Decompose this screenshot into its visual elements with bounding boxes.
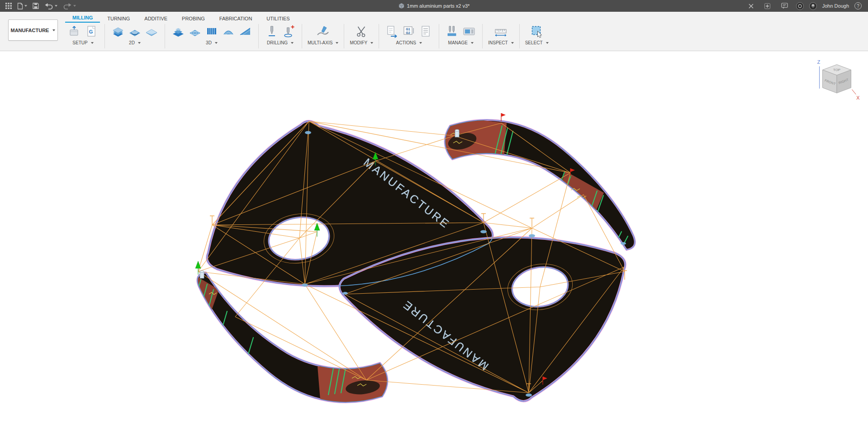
trim-scissors-icon[interactable] xyxy=(354,23,369,39)
3d-steep-shallow-icon[interactable] xyxy=(204,23,219,39)
notifications-icon[interactable] xyxy=(809,2,817,10)
manage-caret-icon xyxy=(471,42,474,44)
document-tab[interactable]: 1mm aluminium parts x2 v3* xyxy=(398,3,470,9)
3d-ramp-icon[interactable] xyxy=(237,23,253,39)
group-actions: G1G2 ACTIONS xyxy=(379,23,439,45)
redo-icon[interactable] xyxy=(60,0,79,11)
select-caret-icon xyxy=(546,42,549,44)
ribbon-tabs: MILLING TURNING ADDITIVE PROBING FABRICA… xyxy=(62,12,868,23)
workspace-switcher[interactable]: MANUFACTURE xyxy=(8,19,58,41)
tab-utilities[interactable]: UTILITIES xyxy=(259,14,297,23)
close-document-icon[interactable] xyxy=(746,0,756,11)
titlebar: 1mm aluminium parts x2 v3* John Dough ? xyxy=(0,0,868,12)
group-manage: MANAGE xyxy=(439,23,482,45)
svg-text:G1: G1 xyxy=(406,28,410,31)
multi-axis-caret-icon xyxy=(336,42,338,44)
user-name[interactable]: John Dough xyxy=(822,3,849,9)
viewport[interactable]: MANUFACTURE MANUFACTURE xyxy=(0,51,868,448)
group-select-label[interactable]: SELECT xyxy=(525,40,549,45)
ribbon-main: MILLING TURNING ADDITIVE PROBING FABRICA… xyxy=(62,12,868,51)
group-multi-axis-label[interactable]: MULTI-AXIS xyxy=(308,40,338,45)
document-title: 1mm aluminium parts x2 v3* xyxy=(407,3,470,9)
new-document-tab-icon[interactable] xyxy=(762,0,773,11)
actions-caret-icon xyxy=(419,42,422,44)
2d-pocket-icon[interactable] xyxy=(127,23,142,39)
workspace-label: MANUFACTURE xyxy=(11,28,49,33)
save-icon[interactable] xyxy=(30,0,42,11)
group-actions-label[interactable]: ACTIONS xyxy=(396,40,422,45)
inspect-caret-icon xyxy=(511,42,514,44)
drilling-caret-icon xyxy=(291,42,294,44)
measure-ruler-icon[interactable] xyxy=(493,23,508,39)
group-drilling: DRILLING xyxy=(259,23,302,45)
x-axis-line xyxy=(852,90,856,95)
3d-scallop-icon[interactable] xyxy=(221,23,236,39)
undo-caret-icon xyxy=(55,5,57,7)
titlebar-left-tools xyxy=(0,0,79,11)
ribbon-tools: G SETUP 2D xyxy=(62,23,868,51)
workspace-caret-icon xyxy=(52,29,55,31)
viewcube-z-axis-label: Z xyxy=(817,59,821,65)
2d-caret-icon xyxy=(138,42,141,44)
undo-icon[interactable] xyxy=(42,0,60,11)
group-drilling-label[interactable]: DRILLING xyxy=(267,40,294,45)
document-cube-icon xyxy=(398,3,404,9)
machined-parts[interactable] xyxy=(197,120,635,402)
tab-turning[interactable]: TURNING xyxy=(100,14,137,23)
comments-icon[interactable] xyxy=(778,0,791,11)
job-status-icon[interactable] xyxy=(796,2,804,10)
ribbon-toolbar: MANUFACTURE MILLING TURNING ADDITIVE PRO… xyxy=(0,12,868,51)
2d-face-icon[interactable] xyxy=(144,23,159,39)
svg-text:G: G xyxy=(89,29,93,34)
group-manage-label[interactable]: MANAGE xyxy=(448,40,474,45)
group-modify: MODIFY xyxy=(344,23,379,45)
group-multi-axis: MULTI-AXIS xyxy=(302,23,344,45)
group-select: SELECT xyxy=(520,23,554,45)
file-menu-icon[interactable] xyxy=(14,0,30,11)
2d-adaptive-icon[interactable] xyxy=(110,23,126,39)
viewcube-top-label: TOP xyxy=(833,68,840,72)
post-process-icon[interactable] xyxy=(384,23,400,39)
redo-caret-icon xyxy=(73,5,76,7)
setup-sheet-icon[interactable] xyxy=(418,23,433,39)
select-tool-icon[interactable] xyxy=(529,23,545,39)
group-setup-label[interactable]: SETUP xyxy=(72,40,93,45)
viewcube-x-axis-label: X xyxy=(856,95,859,100)
svg-text:G2: G2 xyxy=(406,31,410,34)
group-inspect-label[interactable]: INSPECT xyxy=(488,40,513,45)
multi-axis-swarf-icon[interactable] xyxy=(315,23,331,39)
machine-library-icon[interactable] xyxy=(461,23,477,39)
drill-icon[interactable] xyxy=(264,23,280,39)
app-grid-icon[interactable] xyxy=(3,0,14,11)
group-3d-label[interactable]: 3D xyxy=(206,40,218,45)
group-2d-label[interactable]: 2D xyxy=(129,40,141,45)
group-setup: G SETUP xyxy=(62,23,104,45)
tool-library-icon[interactable] xyxy=(445,23,460,39)
new-setup-icon[interactable] xyxy=(67,23,82,39)
tab-milling[interactable]: MILLING xyxy=(65,13,100,23)
3d-pocket-icon[interactable] xyxy=(187,23,203,39)
hole-recognition-icon[interactable] xyxy=(281,23,296,39)
gcode-simulate-icon[interactable]: G1G2 xyxy=(401,23,417,39)
view-cube[interactable]: Z X TOP FRONT RIGHT xyxy=(811,56,864,109)
group-modify-label[interactable]: MODIFY xyxy=(350,40,373,45)
file-menu-caret-icon xyxy=(24,5,27,7)
group-3d: 3D xyxy=(165,23,258,45)
tab-fabrication[interactable]: FABRICATION xyxy=(212,14,260,23)
tab-additive[interactable]: ADDITIVE xyxy=(137,14,175,23)
help-icon[interactable]: ? xyxy=(854,2,862,10)
titlebar-right-tools: John Dough ? xyxy=(746,0,868,11)
group-2d: 2D xyxy=(105,23,165,45)
group-inspect: INSPECT xyxy=(483,23,519,45)
3d-caret-icon xyxy=(215,42,218,44)
tab-probing[interactable]: PROBING xyxy=(175,14,212,23)
nc-program-icon[interactable]: G xyxy=(84,23,99,39)
cam-scene-svg[interactable]: MANUFACTURE MANUFACTURE xyxy=(0,51,868,448)
modify-caret-icon xyxy=(370,42,373,44)
setup-caret-icon xyxy=(91,42,94,44)
3d-adaptive-icon[interactable] xyxy=(171,23,186,39)
